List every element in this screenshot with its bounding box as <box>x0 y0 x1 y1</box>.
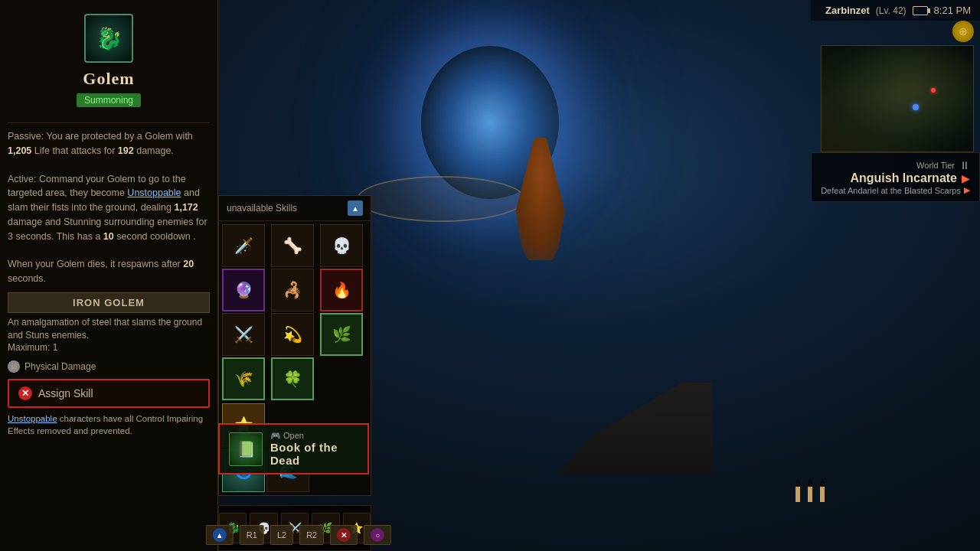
skill-cell-7[interactable]: ⚔️ <box>222 313 265 356</box>
skill-cell-10[interactable]: 🌾 <box>222 357 265 400</box>
minimap <box>821 45 974 152</box>
triangle-button[interactable]: ▲ <box>348 201 363 216</box>
skill-cell-8[interactable]: 💫 <box>271 313 314 356</box>
triangle-btn-icon: ▲ <box>213 528 227 542</box>
skill-cell-4[interactable]: 🔮 <box>222 269 265 311</box>
book-button-text: 🎮 Open Book of the Dead <box>270 431 358 467</box>
pause-icon: ⏸ <box>959 159 970 171</box>
time-display: 8:21 PM <box>934 5 971 16</box>
skill-cell-5[interactable]: 🦂 <box>271 269 314 311</box>
r1-btn[interactable]: R1 <box>240 525 264 545</box>
world-tier-arrow[interactable]: ▶ <box>962 172 970 184</box>
world-tier-area: World Tier ⏸ Anguish Incarnate ▶ Defeat … <box>811 152 980 202</box>
battery-icon <box>913 6 928 15</box>
assign-skill-button[interactable]: ✕ Assign Skill <box>8 379 210 408</box>
skill-cell-3[interactable]: 💀 <box>320 224 363 267</box>
triangle-ctrl-btn[interactable]: ▲ <box>206 525 234 545</box>
physical-damage-icon: ⚙ <box>8 360 20 373</box>
book-title-label: Book of the Dead <box>270 441 358 467</box>
candles-decoration <box>793 487 827 505</box>
x-circle-icon: ✕ <box>18 386 32 400</box>
r2-btn[interactable]: R2 <box>299 525 324 545</box>
skill-cell-11[interactable]: 🍀 <box>271 357 314 400</box>
damage-type: ⚙ Physical Damage <box>8 360 210 373</box>
hud-top-right: Zarbinzet (Lv. 42) 8:21 PM ⊕ World Tier … <box>811 0 980 202</box>
compass-icon: ⊕ <box>952 21 974 42</box>
open-book-button[interactable]: 📗 🎮 Open Book of the Dead <box>218 423 369 474</box>
unavailable-skills-header: unavailable Skills ▲ <box>219 196 371 221</box>
golem-type-label: IRON GOLEM <box>8 292 210 313</box>
minimap-player-marker <box>913 104 919 110</box>
circle-btn[interactable]: ○ <box>364 525 391 545</box>
unstoppable-note: Unstoppable characters have all Control … <box>8 412 210 437</box>
bottom-control-buttons: ▲ R1 L2 R2 ✕ ○ <box>206 525 391 545</box>
skill-icon-area: 🐉 Golem Summoning <box>8 8 210 116</box>
player-info-bar: Zarbinzet (Lv. 42) 8:21 PM <box>811 0 980 21</box>
skill-info-panel: 🐉 Golem Summoning Passive: You are prote… <box>0 0 218 551</box>
x-btn[interactable]: ✕ <box>330 525 358 545</box>
player-level: (Lv. 42) <box>876 5 906 16</box>
skill-cell-2[interactable]: 🦴 <box>271 224 314 267</box>
l2-btn[interactable]: L2 <box>270 525 293 545</box>
skill-active-desc: Active: Command your Golem to go to the … <box>8 172 210 244</box>
r2-label: R2 <box>306 530 317 540</box>
skill-cell-1[interactable]: 🗡️ <box>222 224 265 267</box>
golem-type-desc: An amalgamation of steel that slams the … <box>8 316 210 354</box>
skill-tag: Summoning <box>77 93 141 107</box>
skills-grid: 🗡️ 🦴 💀 🔮 🦂 🔥 ⚔️ 💫 🌿 🌾 🍀 <box>219 221 371 403</box>
minimap-marker-2 <box>931 88 936 93</box>
skill-title: Golem <box>83 69 134 89</box>
skill-passive-desc: Passive: You are protected by a Golem wi… <box>8 129 210 158</box>
book-open-label: 🎮 Open <box>270 431 358 441</box>
skill-cell-6[interactable]: 🔥 <box>320 269 363 311</box>
x-btn-icon: ✕ <box>337 528 351 542</box>
circle-btn-icon: ○ <box>371 528 384 542</box>
ground-circle <box>357 176 525 222</box>
r1-label: R1 <box>247 530 257 540</box>
world-tier-name: Anguish Incarnate <box>850 171 957 185</box>
skill-icon: 🐉 <box>84 14 133 63</box>
player-name: Zarbinzet <box>825 5 870 16</box>
skill-cell-9[interactable]: 🌿 <box>320 313 363 356</box>
world-tier-label: World Tier <box>916 161 955 170</box>
book-of-dead-icon: 📗 <box>229 432 263 466</box>
skill-respawn-desc: When your Golem dies, it respawns after … <box>8 257 210 286</box>
quest-arrow[interactable]: ▶ <box>964 185 970 195</box>
world-tier-quest: Defeat Andariel at the Blasted Scarps <box>821 186 961 195</box>
l2-label: L2 <box>277 530 286 540</box>
minimap-content <box>822 46 973 152</box>
